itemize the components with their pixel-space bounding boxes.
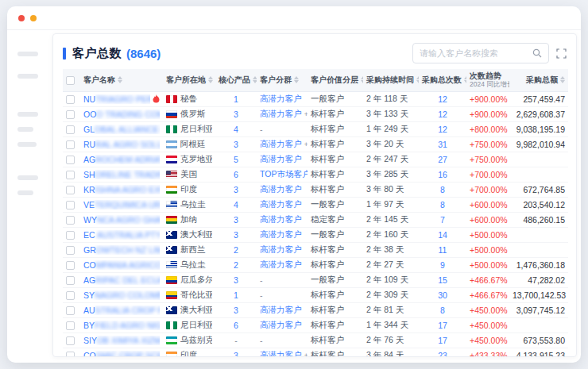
customer-segment-link[interactable]: 高潜力客户 xyxy=(260,109,302,118)
core-products-link[interactable]: 3 xyxy=(234,275,238,285)
customer-name-link[interactable]: SHORELINE TRADING GROUP INC xyxy=(83,170,160,179)
table-row[interactable]: AUSTRALIA CROP PROTECTION P澳大利亚3高潜力客户标杆客… xyxy=(63,302,568,317)
purchase-count-link[interactable]: 31 xyxy=(438,140,447,149)
row-checkbox[interactable] xyxy=(66,110,75,119)
row-checkbox[interactable] xyxy=(66,171,75,179)
window-minimize-button[interactable] xyxy=(30,15,37,21)
purchase-count-link[interactable]: 12 xyxy=(438,94,447,104)
column-header-total[interactable]: 采购总额 xyxy=(509,69,568,91)
row-checkbox[interactable] xyxy=(66,140,75,149)
sort-icon[interactable] xyxy=(416,76,419,83)
sort-icon[interactable] xyxy=(294,76,299,83)
column-header-tier[interactable]: 客户价值分层 xyxy=(308,69,363,91)
column-header-count[interactable]: 采购总次数 xyxy=(419,69,466,91)
customer-name-link[interactable]: AGRIPAC DEL ECUADOR S.A. xyxy=(83,275,160,285)
core-products-link[interactable]: 1 xyxy=(234,94,238,104)
customer-segment-link[interactable]: TOP市场客户 xyxy=(260,169,308,179)
table-row[interactable]: SHORELINE TRADING GROUP INC美国6TOP市场客户标杆客… xyxy=(63,167,568,182)
customer-name-link[interactable]: BYFIELD AGRO NIGERIA LTD xyxy=(83,321,160,330)
fullscreen-icon[interactable] xyxy=(556,48,567,59)
customer-name-link[interactable]: WYNCA AGRO GHANA LIMITED xyxy=(83,215,160,225)
purchase-count-link[interactable]: 17 xyxy=(438,336,447,345)
row-checkbox[interactable] xyxy=(66,306,75,315)
customer-segment-link[interactable]: 高潜力客户 xyxy=(260,259,302,269)
select-all-checkbox[interactable] xyxy=(66,76,75,85)
customer-segment-link[interactable]: 高潜力客户 xyxy=(260,199,302,209)
column-header-name[interactable]: 客户名称 xyxy=(80,69,163,91)
customer-name-link[interactable]: SYNAGRO COLOMBIA S.A.S xyxy=(83,290,160,300)
core-products-link[interactable]: 3 xyxy=(234,215,238,225)
table-row[interactable]: AGROCHEM ADRIATIC D.O.O.克罗地亚5高潜力客户标杆客户2 … xyxy=(63,152,568,167)
purchase-count-link[interactable]: 30 xyxy=(438,290,447,300)
row-checkbox[interactable] xyxy=(66,125,75,134)
core-products-link[interactable]: 3 xyxy=(234,351,238,358)
customer-segment-link[interactable]: 高潜力客户 xyxy=(260,94,302,103)
customer-segment-link[interactable]: 高潜力客户 xyxy=(260,184,302,194)
table-row[interactable]: SYNAGRO COLOMBIA S.A.S哥伦比亚1-标杆客户2 年 309 … xyxy=(63,287,568,302)
purchase-count-link[interactable]: 8 xyxy=(440,185,445,194)
column-header-trend[interactable]: 次数趋势2024 同比增长率 xyxy=(466,69,509,91)
table-row[interactable]: OOO TRADING COMPANY LLC俄罗斯3高潜力客户+1标杆客户3 … xyxy=(63,106,568,121)
row-checkbox[interactable] xyxy=(66,186,75,194)
table-row[interactable]: COSMIC CROP SCIENCE INDIA印度3高潜力客户+3标杆客户3… xyxy=(63,348,568,357)
row-checkbox[interactable] xyxy=(66,201,75,209)
core-products-link[interactable]: 4 xyxy=(234,200,238,209)
purchase-count-link[interactable]: 17 xyxy=(438,321,447,330)
core-products-link[interactable]: 3 xyxy=(234,110,238,119)
row-checkbox[interactable] xyxy=(66,336,75,345)
sort-icon[interactable] xyxy=(464,76,466,83)
customer-name-link[interactable]: AUSTRALIA CROP PROTECTION P xyxy=(83,306,160,315)
purchase-count-link[interactable]: 9 xyxy=(440,260,445,270)
customer-name-link[interactable]: NUTRIAGRO PERU S.A.C xyxy=(83,94,150,104)
purchase-count-link[interactable]: 7 xyxy=(440,215,445,225)
sort-icon[interactable] xyxy=(361,76,363,83)
core-products-link[interactable]: 5 xyxy=(234,155,238,164)
search-icon[interactable] xyxy=(532,48,542,58)
row-checkbox[interactable] xyxy=(66,276,75,285)
sort-icon[interactable] xyxy=(560,76,565,83)
core-products-link[interactable]: 3 xyxy=(234,306,238,315)
customer-name-link[interactable]: KRISHNA AGRO EXPORTS PVT LTD xyxy=(83,185,160,194)
row-checkbox[interactable] xyxy=(66,261,75,270)
purchase-count-link[interactable]: 8 xyxy=(440,306,445,315)
customer-segment-link[interactable]: 高潜力客户 xyxy=(260,214,302,224)
purchase-count-link[interactable]: 15 xyxy=(438,275,447,285)
table-row[interactable]: EC AUSTRALIA PTY LIMITED澳大利亚3高潜力客户一般客户2 … xyxy=(63,227,568,242)
row-checkbox[interactable] xyxy=(66,95,75,104)
sort-icon[interactable] xyxy=(118,76,122,83)
table-row[interactable]: AGRIPAC DEL ECUADOR S.A.厄瓜多尔3-一般客户2 年 10… xyxy=(63,272,568,287)
column-header-segment[interactable]: 客户分群 xyxy=(257,69,308,91)
table-row[interactable]: KRISHNA AGRO EXPORTS PVT LTD印度3高潜力客户标杆客户… xyxy=(63,182,568,197)
customer-name-link[interactable]: COMPANIA AGRICOLA ORIENTAL R xyxy=(83,260,160,270)
row-checkbox[interactable] xyxy=(66,246,75,255)
core-products-link[interactable]: 4 xyxy=(234,125,238,134)
purchase-count-link[interactable]: 12 xyxy=(438,110,447,119)
column-header-duration[interactable]: 采购持续时间 xyxy=(363,69,419,91)
customer-segment-link[interactable]: 高潜力客户 xyxy=(260,229,302,239)
customer-name-link[interactable]: OOO TRADING COMPANY LLC xyxy=(83,110,160,119)
sort-icon[interactable] xyxy=(253,76,257,83)
window-close-button[interactable] xyxy=(18,15,25,21)
customer-name-link[interactable]: SIYOB XIMIYA XIZMATI X xyxy=(83,336,160,345)
purchase-count-link[interactable]: 27 xyxy=(438,155,447,164)
table-row[interactable]: SIYOB XIMIYA XIZMATI X乌兹别克斯坦--标杆客户2 年 76… xyxy=(63,332,568,348)
core-products-link[interactable]: 3 xyxy=(234,230,238,240)
table-row[interactable]: GROWTECH NZ LIMITED新西兰2高潜力客户标杆客户2 年 38 天… xyxy=(63,242,568,257)
row-checkbox[interactable] xyxy=(66,352,75,357)
core-products-link[interactable]: 1 xyxy=(234,290,238,300)
table-row[interactable]: RURAL AGRO SOLUTIONS S.A.阿根廷3高潜力客户+1标杆客户… xyxy=(63,136,568,152)
customer-name-link[interactable]: GLOBAL ALLIANCE FOR CHEMICA xyxy=(83,125,160,134)
customer-segment-link[interactable]: 高潜力客户 xyxy=(260,320,302,329)
customer-segment-link[interactable]: 高潜力客户 xyxy=(260,350,302,358)
table-row[interactable]: NUTRIAGRO PERU S.A.C秘鲁1高潜力客户一般客户2 年 118 … xyxy=(63,91,568,106)
table-row[interactable]: BYFIELD AGRO NIGERIA LTD尼日利亚6高潜力客户标杆客户1 … xyxy=(63,317,568,332)
row-checkbox[interactable] xyxy=(66,216,75,225)
purchase-count-link[interactable]: 8 xyxy=(440,200,445,209)
row-checkbox[interactable] xyxy=(66,156,75,164)
customer-name-link[interactable]: VETERQUIMICA URUGUAY S.A. xyxy=(83,200,160,209)
table-row[interactable]: VETERQUIMICA URUGUAY S.A.乌拉圭4高潜力客户一般客户1 … xyxy=(63,197,568,212)
customer-segment-link[interactable]: 高潜力客户 xyxy=(260,154,302,163)
column-header-location[interactable]: 客户所在地 xyxy=(163,69,215,91)
customer-name-link[interactable]: AGROCHEM ADRIATIC D.O.O. xyxy=(83,155,160,164)
row-checkbox[interactable] xyxy=(66,231,75,240)
